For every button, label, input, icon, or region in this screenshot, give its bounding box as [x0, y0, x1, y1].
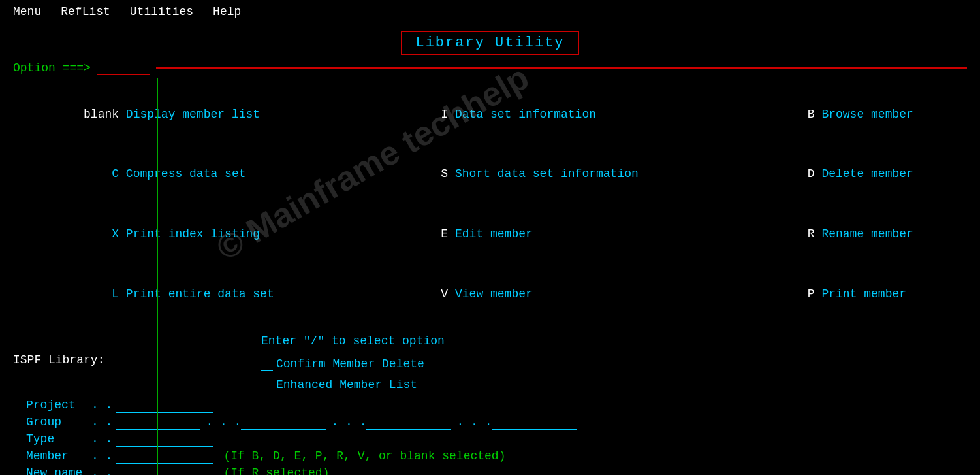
newname-label: New name [26, 467, 91, 475]
option-label: Option ===> [13, 61, 91, 74]
slash-options: Confirm Member Delete Enhanced Member Li… [261, 353, 424, 396]
title-box: Library Utility [401, 31, 578, 55]
group-row: Group . . . . . . . . . . . [26, 416, 967, 430]
member-input[interactable] [116, 450, 213, 464]
group-input-3[interactable] [366, 416, 451, 430]
cmd-cell-1-2: I Data set information [370, 84, 736, 144]
group-input-1[interactable] [116, 416, 200, 430]
member-row: Member . . (If B, D, E, P, R, V, or blan… [26, 450, 967, 464]
project-dots: . . [91, 399, 112, 412]
cmd-cell-2-3: D Delete member [737, 144, 967, 205]
header-area: Library Utility [0, 24, 980, 58]
cmd-cell-2-1: C Compress data set [13, 144, 370, 205]
slash-confirm: Confirm Member Delete [261, 353, 424, 374]
page-title: Library Utility [415, 35, 564, 51]
type-input[interactable] [116, 433, 213, 447]
confirm-delete-label: Confirm Member Delete [276, 353, 424, 374]
type-label: Type [26, 433, 91, 446]
confirm-delete-input[interactable] [261, 357, 273, 371]
type-dots: . . [91, 433, 112, 446]
cmd-cell-4-2: V View member [370, 264, 736, 324]
member-dots: . . [91, 450, 112, 463]
newname-input[interactable] [116, 467, 213, 475]
member-hint: (If B, D, E, P, R, V, or blank selected) [223, 450, 505, 463]
type-row: Type . . [26, 433, 967, 447]
menu-item-utilities[interactable]: Utilities [130, 5, 193, 18]
cmd-cell-3-1: X Print index listing [13, 205, 370, 265]
project-input[interactable] [116, 399, 213, 413]
cmd-cell-1-1: blank Display member list [13, 84, 370, 144]
cmd-cell-3-2: E Edit member [370, 205, 736, 265]
newname-dots: . . [91, 467, 112, 475]
newname-hint: (If R selected) [223, 467, 329, 475]
option-line: Option ===> [0, 58, 980, 78]
newname-row: New name . . (If R selected) [26, 467, 967, 475]
ispf-label-col: ISPF Library: [13, 353, 261, 396]
group-label: Group [26, 416, 91, 429]
cmd-cell-3-3: R Rename member [737, 205, 967, 265]
group-input-4[interactable] [492, 416, 577, 430]
project-label: Project [26, 399, 91, 412]
cmd-cell-2-2: S Short data set information [370, 144, 736, 205]
cmd-cell-1-3: B Browse member [737, 84, 967, 144]
enter-section: Enter "/" to select option [261, 331, 967, 352]
option-input[interactable] [97, 61, 150, 75]
menu-item-menu[interactable]: Menu [13, 5, 41, 18]
enter-line1: Enter "/" to select option [261, 331, 967, 352]
enhanced-member-list: Enhanced Member List [276, 374, 424, 395]
project-row: Project . . [26, 399, 967, 413]
menu-item-reflist[interactable]: RefList [61, 5, 110, 18]
group-dots: . . [91, 416, 112, 429]
menu-item-help[interactable]: Help [213, 5, 241, 18]
cmd-cell-4-3: P Print member [737, 264, 967, 324]
ispf-label: ISPF Library: [13, 353, 104, 367]
group-input-2[interactable] [241, 416, 326, 430]
vertical-green-line [157, 78, 158, 475]
menu-bar: Menu RefList Utilities Help [0, 0, 980, 24]
member-label: Member [26, 450, 91, 463]
content-wrapper: © Mainframe techhelp blank Display membe… [0, 78, 980, 475]
cmd-cell-4-1: L Print entire data set [13, 264, 370, 324]
